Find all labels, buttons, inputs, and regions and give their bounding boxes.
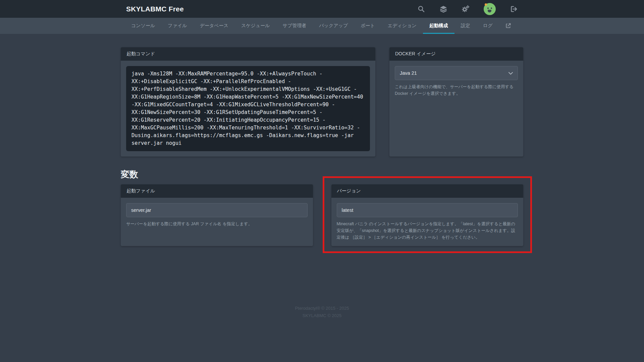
- top-bar: SKYLABMC Free: [0, 0, 644, 18]
- docker-image-description: これは上級者向けの機能で、サーバーを起動する際に使用するDocker イメージを…: [395, 83, 518, 97]
- footer-skylabmc-copyright: SKYLABMC © 2025: [121, 312, 523, 319]
- settings-gears-icon[interactable]: [462, 5, 470, 13]
- tab-ports[interactable]: ポート: [354, 18, 381, 34]
- tab-backups[interactable]: バックアップ: [313, 18, 354, 34]
- startup-file-description: サーバーを起動する際に使用する JAR ファイル名 を指定します。: [126, 221, 308, 227]
- tab-subusers[interactable]: サブ管理者: [276, 18, 313, 34]
- tab-files[interactable]: ファイル: [161, 18, 193, 34]
- docker-image-select[interactable]: Java 21: [395, 66, 518, 80]
- startup-command-panel-title: 起動コマンド: [121, 47, 375, 61]
- sub-navigation: コンソール ファイル データベース スケジュール サブ管理者 バックアップ ポー…: [0, 18, 644, 34]
- version-description: Minecraft バニラ のインストールするバージョンを指定します。「late…: [337, 221, 518, 241]
- variables-heading: 変数: [121, 169, 523, 180]
- avatar-accent-dot: [485, 3, 487, 6]
- avatar-mouth: [488, 10, 491, 12]
- footer-pterodactyl-copyright: Pterodactyl® © 2015 - 2025: [121, 305, 523, 312]
- docker-image-selected-value: Java 21: [400, 70, 417, 76]
- docker-image-panel-title: DOCKER イメージ: [389, 47, 523, 61]
- docker-image-panel: DOCKER イメージ Java 21 これは上級者向けの機能で、サーバーを起動…: [389, 47, 523, 157]
- startup-command-code: java -Xms128M -XX:MaxRAMPercentage=95.0 …: [126, 66, 370, 151]
- avatar-eye: [487, 7, 489, 9]
- app-title: SKYLABMC Free: [126, 5, 184, 13]
- startup-file-panel-title: 起動ファイル: [121, 184, 313, 198]
- tab-logs[interactable]: ログ: [477, 18, 499, 34]
- search-icon[interactable]: [417, 5, 425, 13]
- page-footer: Pterodactyl® © 2015 - 2025 SKYLABMC © 20…: [121, 305, 523, 333]
- startup-command-panel: 起動コマンド java -Xms128M -XX:MaxRAMPercentag…: [121, 47, 375, 157]
- version-panel: バージョン Minecraft バニラ のインストールするバージョンを指定します…: [331, 184, 524, 246]
- startup-file-panel: 起動ファイル サーバーを起動する際に使用する JAR ファイル名 を指定します。: [121, 184, 313, 246]
- startup-file-input[interactable]: [126, 203, 308, 217]
- sign-out-icon[interactable]: [510, 5, 518, 13]
- chevron-down-icon: [508, 70, 513, 76]
- user-avatar[interactable]: [484, 3, 496, 15]
- avatar-eye: [491, 7, 492, 9]
- tab-settings[interactable]: 設定: [454, 18, 477, 34]
- external-link-icon[interactable]: [499, 18, 518, 34]
- tab-console[interactable]: コンソール: [125, 18, 161, 34]
- tab-databases[interactable]: データベース: [194, 18, 235, 34]
- top-icon-group: [417, 3, 518, 15]
- tab-schedules[interactable]: スケジュール: [235, 18, 276, 34]
- tab-edition[interactable]: エディション: [381, 18, 423, 34]
- version-panel-title: バージョン: [331, 184, 524, 198]
- version-input[interactable]: [337, 203, 518, 217]
- layers-icon[interactable]: [439, 5, 447, 13]
- tab-startup-config[interactable]: 起動構成: [423, 18, 454, 34]
- main-content: 起動コマンド java -Xms128M -XX:MaxRAMPercentag…: [121, 34, 523, 333]
